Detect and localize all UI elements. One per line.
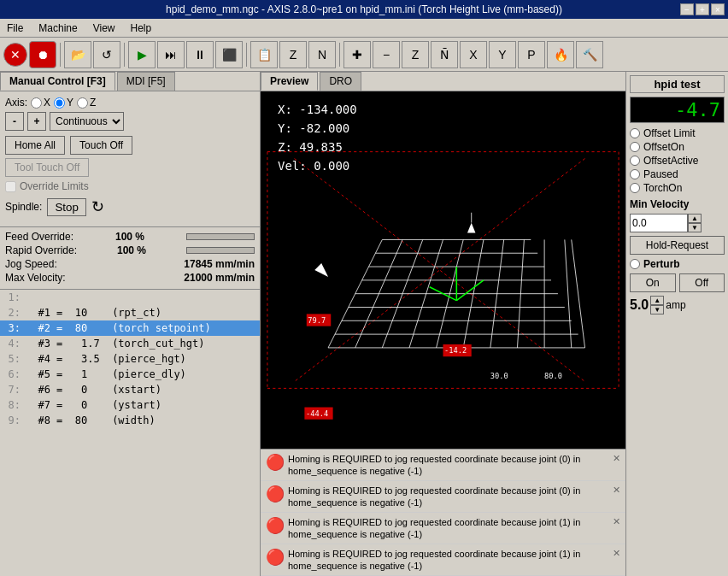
min-velocity-increment[interactable]: ▲ bbox=[688, 214, 702, 223]
axis-x-option[interactable]: X bbox=[31, 97, 50, 109]
notification-3: 🔴 Homing is REQUIRED to jog requested co… bbox=[261, 513, 625, 544]
notif-close-icon-3[interactable]: 🔴 bbox=[266, 516, 285, 535]
notif-dismiss-2[interactable]: ✕ bbox=[613, 485, 620, 496]
estop-button[interactable]: ✕ bbox=[3, 43, 27, 67]
minimize-button[interactable]: − bbox=[680, 3, 694, 15]
menu-view[interactable]: View bbox=[90, 21, 119, 35]
torch-button[interactable]: 🔥 bbox=[547, 41, 574, 68]
paused-label: Paused bbox=[643, 168, 678, 180]
feed-override-slider[interactable] bbox=[186, 233, 255, 240]
radio-paused[interactable]: Paused bbox=[630, 168, 725, 181]
min-velocity-decrement[interactable]: ▼ bbox=[688, 223, 702, 232]
perturb-label: Perturb bbox=[643, 258, 680, 270]
menu-file[interactable]: File bbox=[3, 21, 26, 35]
axis-z-radio[interactable] bbox=[77, 97, 88, 109]
axis-y-option[interactable]: Y bbox=[54, 97, 73, 109]
tool-button[interactable]: 🔨 bbox=[576, 41, 603, 68]
touch-off-button[interactable]: Touch Off bbox=[70, 136, 132, 155]
view-p-button[interactable]: P bbox=[518, 41, 545, 68]
title-bar: hpid_demo_mm.ngc - AXIS 2.8.0~pre1 on hp… bbox=[0, 0, 728, 19]
perturb-row: Perturb bbox=[630, 258, 725, 270]
jog-controls: - + Continuous 0.001 0.01 0.1 1.0 bbox=[5, 112, 255, 131]
menu-machine[interactable]: Machine bbox=[35, 21, 80, 35]
power-button[interactable]: ⏺ bbox=[29, 41, 56, 68]
gcode-line-6: 6: #5 = 1 (pierce_dly) bbox=[0, 367, 260, 382]
perturb-off-button[interactable]: Off bbox=[679, 273, 725, 292]
step-button[interactable]: ⏸ bbox=[186, 41, 214, 68]
jog-plus-button[interactable]: + bbox=[27, 112, 46, 131]
axis-z-option[interactable]: Z bbox=[77, 97, 96, 109]
view-n-button[interactable]: N̄ bbox=[431, 41, 458, 68]
z-touchoff-button[interactable]: Z bbox=[279, 41, 307, 68]
amp-increment[interactable]: ▲ bbox=[650, 296, 664, 305]
home-all-button[interactable]: Home All bbox=[5, 136, 65, 155]
gcode-line-8: 8: #7 = 0 (ystart) bbox=[0, 397, 260, 413]
feed-override-value: 100 % bbox=[115, 231, 144, 243]
view-z-button[interactable]: Z bbox=[402, 41, 429, 68]
gcode-line-5: 5: #4 = 3.5 (pierce_hgt) bbox=[0, 351, 260, 367]
perturb-on-button[interactable]: On bbox=[630, 273, 676, 292]
check-button[interactable]: 📋 bbox=[250, 41, 278, 68]
offset-button[interactable]: N bbox=[308, 41, 336, 68]
view-y-button[interactable]: Y bbox=[489, 41, 516, 68]
spindle-icon: ↻ bbox=[91, 197, 104, 216]
notif-close-icon-4[interactable]: 🔴 bbox=[266, 548, 285, 567]
jog-minus-button[interactable]: - bbox=[5, 112, 24, 131]
hold-request-button[interactable]: Hold-Request bbox=[630, 236, 725, 255]
menu-help[interactable]: Help bbox=[127, 21, 156, 35]
svg-text:-44.4: -44.4 bbox=[306, 409, 328, 418]
toolbar: ✕ ⏺ 📂 ↺ ▶ ⏭ ⏸ ⬛ 📋 Z N ✚ − Z N̄ X Y P 🔥 🔨 bbox=[0, 38, 728, 72]
reload-button[interactable]: ↺ bbox=[93, 41, 120, 68]
min-velocity-spinner: ▲ ▼ bbox=[630, 214, 725, 232]
coord-display: X: -134.000 Y: -82.000 Z: 49.835 Vel: 0.… bbox=[278, 100, 357, 175]
notif-close-icon-2[interactable]: 🔴 bbox=[266, 485, 285, 503]
min-velocity-input[interactable] bbox=[630, 214, 688, 232]
axis-x-radio[interactable] bbox=[31, 97, 42, 109]
gcode-panel: 1: 2: #1 = 10 (rpt_ct) 3: #2 = 80 (torch… bbox=[0, 289, 260, 576]
rapid-override-label: Rapid Override: bbox=[5, 244, 77, 256]
zoom-in-button[interactable]: ✚ bbox=[343, 41, 371, 68]
offset-active-label: OffsetActive bbox=[643, 155, 698, 167]
run-button[interactable]: ▶ bbox=[128, 41, 156, 68]
radio-items-group: Offset Limit OffsetOn OffsetActive Pause… bbox=[630, 126, 725, 195]
view-x-button[interactable]: X bbox=[460, 41, 487, 68]
jog-mode-select[interactable]: Continuous 0.001 0.01 0.1 1.0 bbox=[50, 112, 124, 131]
notif-dismiss-4[interactable]: ✕ bbox=[613, 548, 620, 559]
zoom-out-button[interactable]: − bbox=[373, 41, 400, 68]
tab-preview[interactable]: Preview bbox=[261, 72, 318, 91]
radio-offset-on[interactable]: OffsetOn bbox=[630, 140, 725, 154]
notif-close-icon-1[interactable]: 🔴 bbox=[266, 453, 285, 472]
tab-dro[interactable]: DRO bbox=[320, 72, 361, 91]
axis-selector: Axis: X Y Z bbox=[5, 97, 255, 109]
radio-offset-limit[interactable]: Offset Limit bbox=[630, 126, 725, 140]
jog-speed-value: 17845 mm/min bbox=[184, 258, 255, 270]
offset-on-label: OffsetOn bbox=[643, 141, 684, 153]
spindle-stop-button[interactable]: Stop bbox=[47, 198, 85, 216]
svg-text:80.0: 80.0 bbox=[544, 372, 562, 380]
gcode-line-7: 7: #6 = 0 (xstart) bbox=[0, 382, 260, 397]
preview-area[interactable]: 79.7 -14.2 -44.4 30.0 80.0 bbox=[261, 91, 625, 449]
notif-dismiss-1[interactable]: ✕ bbox=[613, 453, 620, 464]
radio-torch-on[interactable]: TorchOn bbox=[630, 181, 725, 195]
open-file-button[interactable]: 📂 bbox=[64, 41, 91, 68]
close-button[interactable]: × bbox=[711, 3, 725, 15]
axis-y-radio[interactable] bbox=[54, 97, 65, 109]
tab-mdi[interactable]: MDI [F5] bbox=[117, 72, 175, 91]
gcode-line-1: 1: bbox=[0, 290, 260, 305]
gcode-line-4: 4: #3 = 1.7 (torch_cut_hgt) bbox=[0, 336, 260, 351]
gcode-line-2: 2: #1 = 10 (rpt_ct) bbox=[0, 305, 260, 320]
radio-offset-active[interactable]: OffsetActive bbox=[630, 154, 725, 168]
tool-touch-row: Tool Touch Off bbox=[5, 158, 255, 177]
coord-z: Z: 49.835 bbox=[278, 138, 357, 156]
amp-decrement[interactable]: ▼ bbox=[650, 305, 664, 314]
run-from-line-button[interactable]: ⏭ bbox=[157, 41, 185, 68]
tab-manual-control[interactable]: Manual Control [F3] bbox=[0, 72, 115, 91]
feed-override-label: Feed Override: bbox=[5, 231, 73, 243]
stop-program-button[interactable]: ⬛ bbox=[215, 41, 243, 68]
override-limits-row: Override Limits bbox=[5, 180, 255, 192]
rapid-override-slider[interactable] bbox=[186, 247, 255, 254]
maximize-button[interactable]: + bbox=[696, 3, 709, 15]
spindle-label: Spindle: bbox=[5, 201, 42, 213]
svg-text:30.0: 30.0 bbox=[490, 372, 508, 380]
notif-dismiss-3[interactable]: ✕ bbox=[613, 516, 620, 527]
